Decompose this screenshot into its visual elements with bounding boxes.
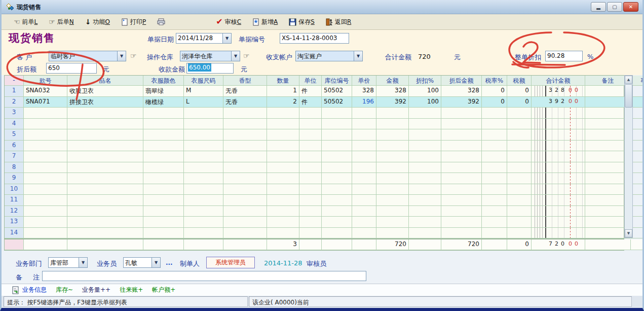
cell-price[interactable] <box>352 195 376 206</box>
cell-bin[interactable] <box>322 195 352 206</box>
functions-button[interactable]: ↓ 功能O <box>85 18 110 26</box>
table-row[interactable]: 4 <box>5 119 624 130</box>
cell-tax_rate[interactable] <box>482 195 507 206</box>
cell-discounted[interactable] <box>441 184 482 195</box>
cell-qty[interactable] <box>267 129 299 141</box>
cell-name[interactable] <box>67 108 143 119</box>
cell-amount[interactable] <box>376 195 409 206</box>
cell-unit[interactable] <box>299 195 322 206</box>
cell-tax_rate[interactable] <box>482 129 507 141</box>
chevron-down-icon[interactable]: ▼ <box>222 33 231 43</box>
cell-tax_rate[interactable] <box>482 108 507 119</box>
cell-discounted[interactable] <box>441 195 482 206</box>
prev-doc-button[interactable]: ☜ 前单L <box>14 18 37 26</box>
cell-name[interactable] <box>67 141 143 152</box>
cell-no[interactable]: 7 <box>5 151 24 162</box>
cell-discount[interactable] <box>409 228 441 239</box>
cell-bin[interactable]: 50502 <box>322 97 352 108</box>
cell-tax_rate[interactable] <box>482 151 507 162</box>
cell-price[interactable] <box>352 217 376 228</box>
cell-amount[interactable] <box>376 228 409 239</box>
cell-no[interactable]: 1 <box>5 86 24 97</box>
cell-total[interactable] <box>532 129 585 141</box>
minimize-button[interactable]: ▂ <box>591 2 606 12</box>
cell-no[interactable]: 8 <box>5 162 24 174</box>
cell-color[interactable] <box>143 108 184 119</box>
cell-scent[interactable] <box>223 129 267 141</box>
audit-button[interactable]: ✔ 审核C <box>216 18 241 26</box>
cell-no[interactable]: 5 <box>5 129 24 141</box>
cell-scent[interactable] <box>223 217 267 228</box>
chevron-down-icon[interactable]: ▼ <box>117 51 126 61</box>
cell-tax[interactable] <box>507 173 532 184</box>
scroll-up-button[interactable]: ▲ <box>625 76 632 84</box>
cell-discount[interactable] <box>409 162 441 174</box>
cell-name[interactable]: 拼接卫衣 <box>67 97 143 108</box>
scrollbar-thumb[interactable] <box>625 84 632 108</box>
cell-qty[interactable] <box>267 228 299 239</box>
doc-date-combo[interactable]: 2014/11/28▼ <box>176 33 232 44</box>
whole-discount-input[interactable]: 90.28 <box>545 51 583 61</box>
cell-name[interactable] <box>67 129 143 141</box>
cell-amount[interactable] <box>376 141 409 152</box>
cell-code[interactable] <box>24 239 67 250</box>
cell-discounted[interactable] <box>441 151 482 162</box>
cell-tax_rate[interactable] <box>482 119 507 130</box>
return-button[interactable]: 返回R <box>326 18 351 26</box>
cell-total[interactable] <box>532 119 585 130</box>
salesman-combo[interactable]: 孔敏▼ <box>123 257 161 268</box>
cell-size[interactable] <box>184 217 223 228</box>
cell-size[interactable]: M <box>184 86 223 97</box>
cell-color[interactable] <box>143 195 184 206</box>
cell-price[interactable] <box>352 108 376 119</box>
cell-no[interactable]: 10 <box>5 184 24 195</box>
cell-total[interactable] <box>532 195 585 206</box>
info-link-volume[interactable]: 业务量++ <box>82 286 110 294</box>
cell-amount[interactable]: 720 <box>376 239 409 250</box>
cell-tax[interactable]: 0 <box>507 97 532 108</box>
cell-code[interactable] <box>24 173 67 184</box>
cell-no[interactable] <box>5 239 24 250</box>
cell-name[interactable] <box>67 173 143 184</box>
cell-amount[interactable] <box>376 108 409 119</box>
cell-code[interactable] <box>24 141 67 152</box>
cell-size[interactable] <box>184 206 223 217</box>
cell-total[interactable]: 32800 <box>532 86 585 97</box>
cell-discount[interactable] <box>409 217 441 228</box>
cell-bin[interactable] <box>322 129 352 141</box>
cell-total[interactable] <box>532 184 585 195</box>
cell-discounted[interactable] <box>441 119 482 130</box>
cell-amount[interactable] <box>376 162 409 174</box>
cell-code[interactable] <box>24 129 67 141</box>
cell-color[interactable] <box>143 173 184 184</box>
cell-qty[interactable] <box>267 206 299 217</box>
cell-name[interactable] <box>67 239 143 250</box>
cell-total[interactable] <box>532 228 585 239</box>
cell-color[interactable] <box>143 129 184 141</box>
cell-code[interactable]: SNA032 <box>24 86 67 97</box>
cell-total[interactable] <box>532 108 585 119</box>
cell-tax[interactable]: 0 <box>507 86 532 97</box>
cell-discount[interactable] <box>409 129 441 141</box>
discounted-amount-input[interactable]: 650 <box>46 63 97 74</box>
cell-scent[interactable] <box>223 239 267 250</box>
cell-no[interactable]: 13 <box>5 217 24 228</box>
cell-tax_rate[interactable] <box>482 217 507 228</box>
cell-name[interactable] <box>67 228 143 239</box>
cell-tax_rate[interactable] <box>482 228 507 239</box>
cell-tax_rate[interactable]: 0 <box>482 97 507 108</box>
cell-qty[interactable] <box>267 217 299 228</box>
cell-discount[interactable]: 100 <box>409 97 441 108</box>
cell-size[interactable] <box>184 184 223 195</box>
cell-price[interactable] <box>352 239 376 250</box>
cell-tax_rate[interactable] <box>482 239 507 250</box>
cell-price[interactable] <box>352 151 376 162</box>
cell-unit[interactable] <box>299 217 322 228</box>
cell-discount[interactable] <box>409 195 441 206</box>
cell-scent[interactable] <box>223 151 267 162</box>
cell-price[interactable] <box>352 206 376 217</box>
cell-color[interactable] <box>143 217 184 228</box>
cell-scent[interactable] <box>223 228 267 239</box>
warehouse-lookup-icon[interactable]: ☞ <box>243 52 250 60</box>
cell-bin[interactable]: 50502 <box>322 86 352 97</box>
